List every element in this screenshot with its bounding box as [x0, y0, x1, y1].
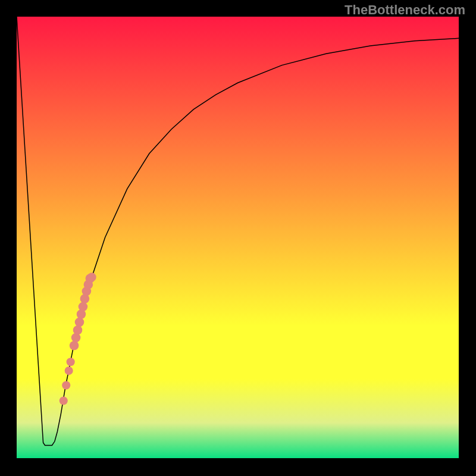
watermark-text: TheBottleneck.com — [345, 2, 465, 18]
bottleneck-chart — [0, 0, 476, 476]
highlight-dot — [70, 341, 79, 350]
highlight-dot — [75, 318, 84, 327]
highlight-dot — [79, 302, 88, 312]
highlight-dot — [65, 367, 73, 375]
highlight-dot — [62, 381, 70, 390]
chart-container: TheBottleneck.com — [0, 0, 476, 476]
highlight-dot — [60, 396, 68, 405]
highlight-dot — [73, 325, 83, 335]
highlight-dot — [67, 358, 75, 366]
highlight-dot — [87, 273, 96, 281]
